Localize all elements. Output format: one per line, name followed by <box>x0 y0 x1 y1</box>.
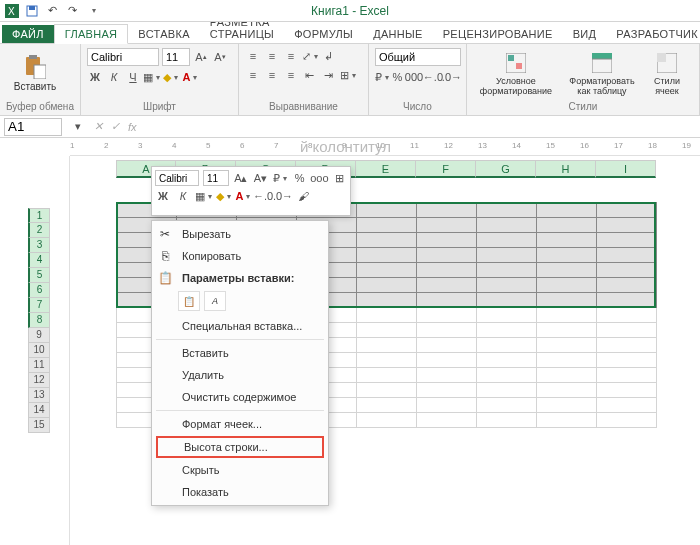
cell[interactable] <box>417 413 477 428</box>
mini-currency-icon[interactable]: ₽ <box>272 170 288 186</box>
paste-button[interactable]: Вставить <box>6 52 64 94</box>
cell[interactable] <box>477 263 537 278</box>
cell[interactable] <box>597 293 657 308</box>
cell[interactable] <box>477 398 537 413</box>
mini-increase-font-icon[interactable]: A▴ <box>233 170 249 186</box>
cell[interactable] <box>417 323 477 338</box>
cell[interactable] <box>537 308 597 323</box>
qat-customize-icon[interactable] <box>84 3 100 19</box>
comma-icon[interactable]: 000 <box>406 69 422 85</box>
font-color-icon[interactable]: A <box>182 69 198 85</box>
paste-option-1[interactable]: 📋 <box>178 291 200 311</box>
ctx-clear[interactable]: Очистить содержимое <box>152 386 328 408</box>
row-header-9[interactable]: 9 <box>28 328 50 343</box>
tab-formulas[interactable]: ФОРМУЛЫ <box>284 25 363 43</box>
cell[interactable] <box>417 368 477 383</box>
cell[interactable] <box>597 308 657 323</box>
align-left-icon[interactable]: ≡ <box>245 67 261 83</box>
column-header-F[interactable]: F <box>416 160 476 178</box>
cell[interactable] <box>417 218 477 233</box>
column-header-H[interactable]: H <box>536 160 596 178</box>
name-box[interactable] <box>4 118 62 136</box>
cell[interactable] <box>417 353 477 368</box>
cell[interactable] <box>357 383 417 398</box>
cell[interactable] <box>477 308 537 323</box>
tab-insert[interactable]: ВСТАВКА <box>128 25 199 43</box>
row-header-6[interactable]: 6 <box>28 283 50 298</box>
mini-percent-icon[interactable]: % <box>292 170 308 186</box>
cell[interactable] <box>417 293 477 308</box>
fill-color-icon[interactable]: ◆ <box>163 69 179 85</box>
cell[interactable] <box>537 323 597 338</box>
cell[interactable] <box>417 263 477 278</box>
cell[interactable] <box>417 278 477 293</box>
cell[interactable] <box>477 338 537 353</box>
cell[interactable] <box>357 203 417 218</box>
ctx-insert[interactable]: Вставить <box>152 342 328 364</box>
mini-decrease-font-icon[interactable]: A▾ <box>253 170 269 186</box>
cell[interactable] <box>597 338 657 353</box>
cell[interactable] <box>597 248 657 263</box>
cell[interactable] <box>417 248 477 263</box>
row-header-13[interactable]: 13 <box>28 388 50 403</box>
mini-dec-decimal-icon[interactable]: ←.0 <box>255 188 271 204</box>
tab-review[interactable]: РЕЦЕНЗИРОВАНИЕ <box>433 25 563 43</box>
row-header-7[interactable]: 7 <box>28 298 50 313</box>
tab-home[interactable]: ГЛАВНАЯ <box>54 24 129 44</box>
row-header-14[interactable]: 14 <box>28 403 50 418</box>
cell-styles-button[interactable]: Стили ячеек <box>645 48 689 99</box>
cell[interactable] <box>477 203 537 218</box>
tab-data[interactable]: ДАННЫЕ <box>363 25 433 43</box>
tab-view[interactable]: ВИД <box>563 25 607 43</box>
mini-merge-icon[interactable]: ⊞ <box>331 170 347 186</box>
mini-font-color-icon[interactable]: A <box>235 188 251 204</box>
cell[interactable] <box>597 233 657 248</box>
tab-dev[interactable]: РАЗРАБОТЧИК <box>606 25 700 43</box>
increase-decimal-icon[interactable]: ←.0 <box>425 69 441 85</box>
cell[interactable] <box>597 353 657 368</box>
cell[interactable] <box>477 278 537 293</box>
cancel-icon[interactable]: ✕ <box>94 120 103 133</box>
conditional-formatting-button[interactable]: Условное форматирование <box>473 48 559 99</box>
fx-icon[interactable]: fx <box>128 121 137 133</box>
align-bottom-icon[interactable]: ≡ <box>283 48 299 64</box>
cell[interactable] <box>537 338 597 353</box>
cell[interactable] <box>357 308 417 323</box>
row-header-4[interactable]: 4 <box>28 253 50 268</box>
mini-comma-icon[interactable]: ооо <box>311 170 327 186</box>
mini-format-painter-icon[interactable]: 🖌 <box>295 188 311 204</box>
cell[interactable] <box>537 368 597 383</box>
name-dropdown-icon[interactable]: ▾ <box>70 119 86 135</box>
ctx-hide[interactable]: Скрыть <box>152 459 328 481</box>
row-header-11[interactable]: 11 <box>28 358 50 373</box>
ctx-format-cells[interactable]: Формат ячеек... <box>152 413 328 435</box>
cell[interactable] <box>537 353 597 368</box>
increase-font-icon[interactable]: A▴ <box>193 49 209 65</box>
mini-font-size[interactable] <box>203 170 229 186</box>
cell[interactable] <box>597 383 657 398</box>
cell[interactable] <box>537 248 597 263</box>
cell[interactable] <box>537 413 597 428</box>
align-right-icon[interactable]: ≡ <box>283 67 299 83</box>
cell[interactable] <box>357 233 417 248</box>
cell[interactable] <box>357 413 417 428</box>
cell[interactable] <box>537 233 597 248</box>
cell[interactable] <box>357 263 417 278</box>
font-name-input[interactable] <box>87 48 159 66</box>
row-header-15[interactable]: 15 <box>28 418 50 433</box>
cell[interactable] <box>477 383 537 398</box>
cell[interactable] <box>597 218 657 233</box>
align-center-icon[interactable]: ≡ <box>264 67 280 83</box>
font-size-input[interactable] <box>162 48 190 66</box>
italic-icon[interactable]: К <box>106 69 122 85</box>
cell[interactable] <box>357 278 417 293</box>
number-format-input[interactable] <box>375 48 461 66</box>
cell[interactable] <box>417 233 477 248</box>
decrease-font-icon[interactable]: A▾ <box>212 49 228 65</box>
cell[interactable] <box>417 398 477 413</box>
row-header-5[interactable]: 5 <box>28 268 50 283</box>
undo-icon[interactable]: ↶ <box>44 3 60 19</box>
wrap-text-icon[interactable]: ↲ <box>321 48 337 64</box>
redo-icon[interactable]: ↷ <box>64 3 80 19</box>
align-top-icon[interactable]: ≡ <box>245 48 261 64</box>
